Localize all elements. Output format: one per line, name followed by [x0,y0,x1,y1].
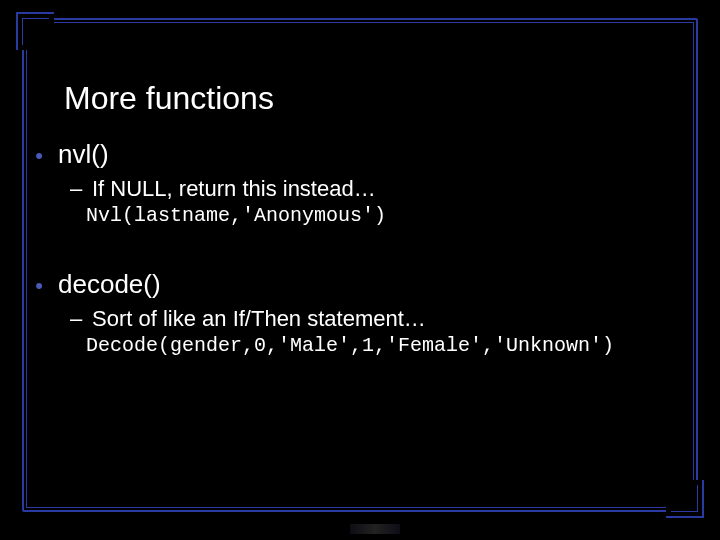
footer-mark [350,524,400,534]
dash-icon: – [70,306,84,332]
corner-top-left [16,12,54,50]
bullet-item: • decode() [30,269,690,300]
code-line: Decode(gender,0,'Male',1,'Female','Unkno… [86,334,690,357]
slide-content: More functions • nvl() – If NULL, return… [30,80,690,357]
sub-item: – If NULL, return this instead… [70,176,690,202]
bullet-icon: • [30,145,48,167]
slide-title: More functions [64,80,690,117]
bullet-text: decode() [58,269,161,300]
bullet-text: nvl() [58,139,109,170]
sub-item: – Sort of like an If/Then statement… [70,306,690,332]
bullet-item: • nvl() [30,139,690,170]
sub-text: If NULL, return this instead… [92,176,376,202]
dash-icon: – [70,176,84,202]
bullet-icon: • [30,275,48,297]
sub-text: Sort of like an If/Then statement… [92,306,426,332]
code-line: Nvl(lastname,'Anonymous') [86,204,690,227]
corner-bottom-right [666,480,704,518]
